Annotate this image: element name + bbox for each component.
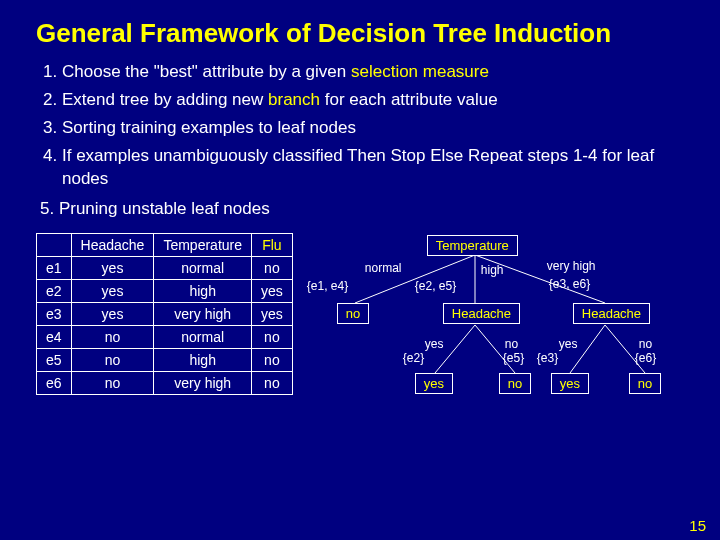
th-headache: Headache xyxy=(71,233,154,256)
th-flu: Flu xyxy=(252,233,293,256)
th-blank xyxy=(37,233,72,256)
table-row: e6novery highno xyxy=(37,371,293,394)
edge-label-veryhigh: very high xyxy=(547,259,596,273)
table-row: e2yeshighyes xyxy=(37,279,293,302)
step-1-highlight: selection measure xyxy=(351,62,489,81)
step-4: If examples unambiguously classified The… xyxy=(62,145,684,191)
step-2-text-c: for each attribute value xyxy=(320,90,498,109)
set-e5: {e5} xyxy=(503,351,524,365)
headache-node-2: Headache xyxy=(573,303,650,324)
step-1: Choose the "best" attribute by a given s… xyxy=(62,61,684,84)
split-set-3: {e3, e6} xyxy=(549,277,590,291)
slide-title: General Framework of Decision Tree Induc… xyxy=(36,18,684,49)
step-1-text-a: Choose the "best" attribute by a given xyxy=(62,62,351,81)
edge-h2-no: no xyxy=(639,337,652,351)
leaf-yes-1: yes xyxy=(415,373,453,394)
table-body: e1yesnormalno e2yeshighyes e3yesvery hig… xyxy=(37,256,293,394)
edge-label-normal: normal xyxy=(365,261,402,275)
slide: General Framework of Decision Tree Induc… xyxy=(0,0,720,540)
page-number: 15 xyxy=(689,517,706,534)
decision-tree: Temperature normal high very high {e1, e… xyxy=(315,233,684,395)
edge-label-high: high xyxy=(481,263,504,277)
step-2-text-a: Extend tree by adding new xyxy=(62,90,268,109)
table-row: e1yesnormalno xyxy=(37,256,293,279)
step-5: 5. Pruning unstable leaf nodes xyxy=(40,199,684,219)
tree-root-node: Temperature xyxy=(427,235,518,256)
leaf-no-1: no xyxy=(499,373,531,394)
th-temperature: Temperature xyxy=(154,233,252,256)
split-set-2: {e2, e5} xyxy=(415,279,456,293)
edge-h1-yes: yes xyxy=(425,337,444,351)
leaf-yes-2: yes xyxy=(551,373,589,394)
leaf-no-2: no xyxy=(629,373,661,394)
step-3: Sorting training examples to leaf nodes xyxy=(62,117,684,140)
table-row: e5nohighno xyxy=(37,348,293,371)
table-row: e3yesvery highyes xyxy=(37,302,293,325)
set-e6: {e6} xyxy=(635,351,656,365)
table-header-row: Headache Temperature Flu xyxy=(37,233,293,256)
headache-node-1: Headache xyxy=(443,303,520,324)
step-2-highlight: branch xyxy=(268,90,320,109)
split-set-1: {e1, e4} xyxy=(307,279,348,293)
step-2: Extend tree by adding new branch for eac… xyxy=(62,89,684,112)
set-e2: {e2} xyxy=(403,351,424,365)
edge-h2-yes: yes xyxy=(559,337,578,351)
edge-h1-no: no xyxy=(505,337,518,351)
leaf-node-no: no xyxy=(337,303,369,324)
content-row: Headache Temperature Flu e1yesnormalno e… xyxy=(36,233,684,395)
set-e3: {e3} xyxy=(537,351,558,365)
examples-table: Headache Temperature Flu e1yesnormalno e… xyxy=(36,233,293,395)
steps-list: Choose the "best" attribute by a given s… xyxy=(36,61,684,191)
table-row: e4nonormalno xyxy=(37,325,293,348)
